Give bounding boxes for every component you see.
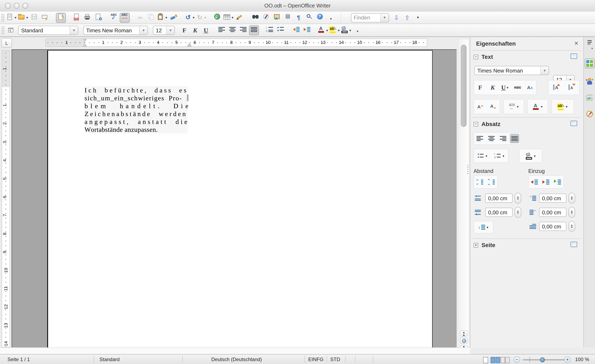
sidebar-underline-button[interactable]: U▼ <box>501 83 510 92</box>
status-page[interactable]: Seite 1 / 1 <box>7 357 30 362</box>
align-justify-button[interactable] <box>249 25 259 35</box>
sidebar-menu-icon[interactable]: ▼ <box>585 41 595 51</box>
status-selection-mode[interactable]: STD <box>330 357 340 362</box>
align-left-button[interactable] <box>217 25 227 35</box>
help-button[interactable]: ? <box>315 13 325 23</box>
save-button[interactable] <box>29 13 39 23</box>
navigation-button[interactable] <box>460 337 468 344</box>
right-indent-marker[interactable] <box>187 43 192 46</box>
font-name-combobox[interactable]: Times New Roman ▼ <box>83 26 148 35</box>
page-preview-button[interactable] <box>93 13 103 23</box>
status-language[interactable]: Deutsch (Deutschland) <box>211 357 262 362</box>
indent-marker-hourglass-bottom[interactable] <box>83 43 87 46</box>
chevron-down-icon[interactable]: ▼ <box>165 16 168 19</box>
email-button[interactable]: ➤ <box>40 13 50 23</box>
redo-button[interactable]: ↻▼ <box>196 13 207 23</box>
italic-button[interactable]: K <box>190 25 200 35</box>
tab-navigator[interactable] <box>585 109 595 119</box>
horizontal-scrollbar-track[interactable] <box>0 347 470 354</box>
print-button[interactable] <box>82 13 92 23</box>
spacing-above-field[interactable]: 0,00 cm <box>485 194 513 203</box>
document-text-line[interactable]: angepasst, anstatt die <box>85 118 188 126</box>
chevron-down-icon[interactable]: ▼ <box>26 16 28 19</box>
increase-indent-button[interactable] <box>530 178 539 186</box>
paragraph-style-combobox[interactable]: Standard ▼ <box>18 26 78 35</box>
align-right-button[interactable] <box>238 25 248 35</box>
find-previous-button[interactable]: ⇧ <box>402 13 412 23</box>
scrollbar-thumb[interactable] <box>461 45 467 127</box>
sidebar-bold-button[interactable]: F <box>476 83 485 92</box>
toolbar-overflow-button[interactable]: ▼ <box>353 25 362 35</box>
spellcheck-button[interactable]: ABC✓ <box>109 13 119 23</box>
open-button[interactable]: ▼ <box>18 13 28 23</box>
character-spacing-button[interactable]: A\V↔▼ <box>508 102 519 111</box>
sidebar-align-right-button[interactable] <box>498 134 508 143</box>
chevron-down-icon[interactable]: ▼ <box>485 154 488 157</box>
tab-styles[interactable] <box>585 77 595 87</box>
paragraph-background-button[interactable]: ▼ <box>525 151 536 160</box>
shrink-font-button[interactable]: A <box>567 83 576 92</box>
chevron-down-icon[interactable]: ▼ <box>192 16 195 19</box>
chevron-down-icon[interactable]: ▼ <box>204 16 207 19</box>
underline-button[interactable]: U <box>201 25 211 35</box>
toolbar-overflow-button[interactable]: ▼ <box>413 13 423 23</box>
new-document-button[interactable]: ▼ <box>6 13 17 23</box>
spacing-above-spinner[interactable]: ▲▼ <box>515 193 521 204</box>
insert-table-button[interactable]: ▼ <box>223 13 234 23</box>
tab-stop-selector[interactable]: L <box>1 38 12 48</box>
chevron-down-icon[interactable]: ▼ <box>540 105 543 108</box>
first-line-indent-field[interactable]: 0,00 cm <box>539 222 567 231</box>
indent-after-spinner[interactable]: ▲▼ <box>568 207 575 218</box>
sidebar-italic-button[interactable]: K <box>488 83 497 92</box>
paragraph-dialog-launcher-icon[interactable] <box>571 121 577 126</box>
expand-icon[interactable]: + <box>474 243 478 247</box>
increase-indent-button[interactable] <box>302 25 312 35</box>
auto-spellcheck-button[interactable]: ABC∼∼ <box>120 13 130 23</box>
cut-button[interactable]: ✂ <box>135 13 145 23</box>
line-spacing-button[interactable]: ↕▼ <box>478 223 489 232</box>
find-combobox[interactable]: Finden ▼ <box>351 13 389 22</box>
tab-gallery[interactable] <box>585 93 595 103</box>
toolbar-drag-handle[interactable] <box>1 26 4 34</box>
sidebar-font-name-combobox[interactable]: Times New Roman ▼ <box>475 66 549 75</box>
indent-marker-hourglass[interactable] <box>83 39 87 42</box>
numbered-list-button[interactable]: III <box>265 25 275 35</box>
data-sources-button[interactable] <box>283 13 293 23</box>
document-view[interactable]: Ich befürchte, dass essich_um_ein_schwie… <box>12 49 457 347</box>
increase-paragraph-spacing-button[interactable] <box>475 178 484 186</box>
chevron-down-icon[interactable]: ▼ <box>533 154 536 157</box>
undo-button[interactable]: ↺▼ <box>184 13 195 23</box>
edit-mode-button[interactable]: ✎ <box>56 13 66 23</box>
horizontal-ruler[interactable]: 1123456789101112131415161718 <box>45 39 427 47</box>
document-text-line[interactable]: Wortabstände anzupassen. <box>85 126 188 134</box>
previous-page-button[interactable]: ▲▲ <box>460 330 468 337</box>
chevron-down-icon[interactable]: ▼ <box>166 26 174 34</box>
document-text-line[interactable]: Ich befürchte, dass es <box>85 86 188 94</box>
document-text-line[interactable]: sich_um_ein_schwieriges Pro- <box>85 94 188 102</box>
styles-window-icon[interactable]: ¶ <box>6 25 16 35</box>
chevron-down-icon[interactable]: ▼ <box>139 26 148 34</box>
sidebar-bullet-list-button[interactable]: ▼ <box>477 151 488 160</box>
toolbar-overflow-button[interactable]: ▼ <box>326 13 336 23</box>
vertical-scrollbar[interactable]: ▲▲ ▼▼ <box>459 39 469 347</box>
chevron-down-icon[interactable]: ▼ <box>231 16 234 19</box>
collapse-icon[interactable]: − <box>474 55 478 59</box>
indent-before-field[interactable]: 0,00 cm <box>539 194 567 203</box>
find-input[interactable]: Finden <box>351 14 380 21</box>
decrease-indent-button[interactable] <box>542 178 551 186</box>
spacing-below-field[interactable]: 0,00 cm <box>485 208 513 217</box>
find-next-button[interactable]: ⇩ <box>391 13 401 23</box>
spacing-below-spinner[interactable]: ▲▼ <box>515 207 521 218</box>
paste-button[interactable]: ▼ <box>157 13 168 23</box>
chevron-down-icon[interactable]: ▼ <box>337 29 340 32</box>
font-size-combobox[interactable]: 12 ▼ <box>153 26 175 35</box>
chevron-down-icon[interactable]: ▼ <box>516 105 519 108</box>
zoom-button[interactable] <box>304 13 314 23</box>
paragraph-block[interactable]: Ich befürchte, dass essich_um_ein_schwie… <box>85 86 188 134</box>
toolbar-drag-handle[interactable] <box>1 14 4 22</box>
sidebar-strikethrough-button[interactable]: ABC <box>513 83 522 92</box>
sidebar-close-button[interactable]: ✕ <box>573 40 580 46</box>
subscript-button[interactable]: A▼ <box>489 102 498 111</box>
hyperlink-button[interactable]: ∞ <box>212 13 222 23</box>
chevron-down-icon[interactable]: ▼ <box>502 154 505 157</box>
